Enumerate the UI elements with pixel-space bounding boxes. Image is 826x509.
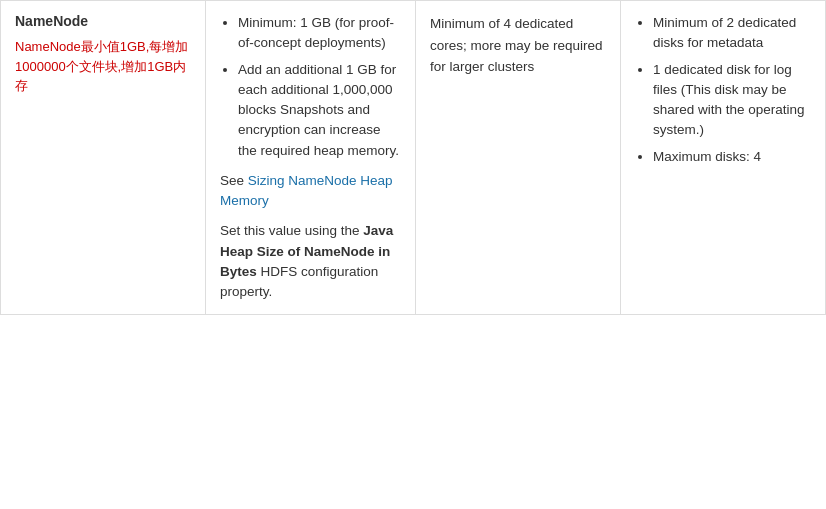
see-link-container: See Sizing NameNode Heap Memory <box>220 171 401 212</box>
see-prefix: See <box>220 173 248 188</box>
heap-memory-list: Minimum: 1 GB (for proof-of-concept depl… <box>220 13 401 161</box>
col-namenode: NameNode NameNode最小值1GB,每增加1000000个文件块,增… <box>1 1 206 314</box>
disks-bullet-1: Minimum of 2 dedicated disks for metadat… <box>653 13 811 54</box>
heap-bullet-2: Add an additional 1 GB for each addition… <box>238 60 401 161</box>
disks-bullet-2: 1 dedicated disk for log files (This dis… <box>653 60 811 141</box>
set-value-container: Set this value using the Java Heap Size … <box>220 221 401 302</box>
namenode-title: NameNode <box>15 13 191 29</box>
col-disks: Minimum of 2 dedicated disks for metadat… <box>621 1 825 314</box>
set-prefix: Set this value using the <box>220 223 363 238</box>
heap-bullet-1: Minimum: 1 GB (for proof-of-concept depl… <box>238 13 401 54</box>
col-heap-memory: Minimum: 1 GB (for proof-of-concept depl… <box>206 1 416 314</box>
col-cpu-cores: Minimum of 4 dedicated cores; more may b… <box>416 1 621 314</box>
main-table: NameNode NameNode最小值1GB,每增加1000000个文件块,增… <box>0 0 826 315</box>
cpu-cores-text: Minimum of 4 dedicated cores; more may b… <box>430 13 606 78</box>
disks-list: Minimum of 2 dedicated disks for metadat… <box>635 13 811 167</box>
namenode-subtitle: NameNode最小值1GB,每增加1000000个文件块,增加1GB内存 <box>15 37 191 96</box>
disks-bullet-3: Maximum disks: 4 <box>653 147 811 167</box>
